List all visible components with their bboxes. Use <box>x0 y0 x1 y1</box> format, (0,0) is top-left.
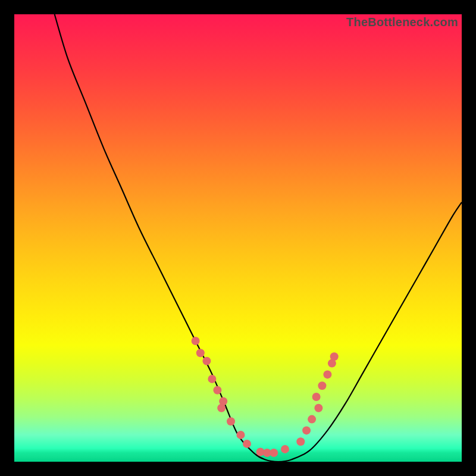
highlight-dot <box>217 404 226 412</box>
highlight-dot <box>213 386 221 394</box>
highlight-dot <box>314 404 322 412</box>
bottleneck-curve <box>55 14 462 462</box>
highlight-dot <box>318 381 326 390</box>
highlight-dot <box>237 431 245 439</box>
chart-svg <box>14 14 462 462</box>
highlight-dot <box>312 393 321 401</box>
chart-frame: TheBottleneck.com <box>0 0 476 476</box>
highlight-dot <box>208 375 216 383</box>
highlight-dot <box>227 417 235 425</box>
highlight-dot <box>192 337 200 345</box>
highlight-dot <box>302 426 311 434</box>
highlight-dot <box>270 449 278 457</box>
highlight-dot <box>196 349 205 357</box>
highlight-dot <box>243 440 251 448</box>
highlight-dot <box>330 352 339 361</box>
highlight-dots <box>192 337 339 457</box>
highlight-dot <box>323 370 331 378</box>
highlight-dot <box>202 357 211 365</box>
highlight-dot <box>296 437 305 446</box>
highlight-dot <box>281 445 289 453</box>
highlight-dot <box>308 415 316 424</box>
plot-area: TheBottleneck.com <box>14 14 462 462</box>
